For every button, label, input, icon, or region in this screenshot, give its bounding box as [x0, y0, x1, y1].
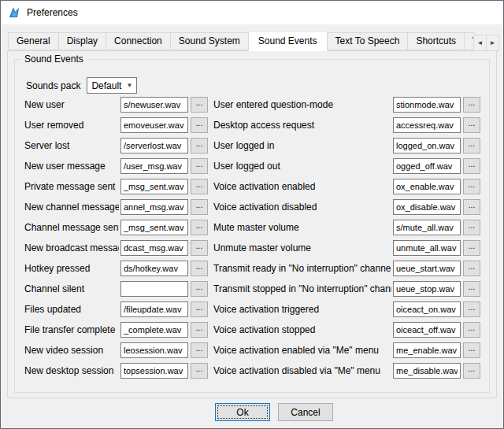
- sound-file-input[interactable]: [120, 199, 188, 215]
- sound-event-row: Private message sent...: [24, 176, 213, 197]
- sound-file-input[interactable]: [393, 199, 461, 215]
- browse-button[interactable]: ...: [191, 261, 208, 276]
- sound-event-label: New desktop session: [24, 365, 119, 376]
- browse-button[interactable]: ...: [191, 301, 208, 317]
- sound-file-input[interactable]: [393, 301, 461, 317]
- tab-display[interactable]: Display: [58, 32, 106, 50]
- sound-file-input[interactable]: [393, 97, 461, 113]
- tab-sound-events[interactable]: Sound Events: [248, 32, 328, 51]
- sound-event-label: New video session: [24, 345, 119, 356]
- sound-file-input[interactable]: [120, 97, 188, 113]
- browse-button[interactable]: ...: [463, 199, 480, 215]
- sound-file-input[interactable]: [393, 342, 461, 358]
- tab-sound-system[interactable]: Sound System: [170, 32, 249, 50]
- browse-button[interactable]: ...: [191, 240, 208, 256]
- sound-event-label: Files updated: [24, 304, 119, 315]
- sound-event-label: File transfer complete: [24, 324, 119, 335]
- sound-file-input[interactable]: [120, 322, 188, 338]
- sound-event-label: Voice activation triggered: [213, 304, 391, 315]
- group-title: Sound Events: [21, 54, 87, 65]
- sound-file-input[interactable]: [393, 281, 461, 297]
- sound-event-row: Desktop access request...: [213, 115, 484, 135]
- sound-event-label: Voice activation enabled via "Me" menu: [213, 345, 391, 356]
- browse-button[interactable]: ...: [463, 281, 480, 297]
- sound-event-label: Channel silent: [24, 283, 119, 294]
- sound-file-input[interactable]: [120, 117, 188, 133]
- browse-button[interactable]: ...: [463, 363, 480, 379]
- browse-button[interactable]: ...: [463, 301, 480, 317]
- sound-file-input[interactable]: [120, 220, 188, 235]
- browse-button[interactable]: ...: [191, 138, 208, 153]
- sound-file-input[interactable]: [120, 261, 188, 276]
- sound-file-input[interactable]: [393, 363, 461, 379]
- sound-event-label: Private message sent: [24, 181, 119, 192]
- sound-event-label: Voice activation disabled via "Me" menu: [213, 365, 391, 376]
- browse-button[interactable]: ...: [463, 117, 480, 133]
- sound-event-row: New channel message...: [24, 197, 213, 217]
- browse-button[interactable]: ...: [191, 158, 208, 174]
- browse-button[interactable]: ...: [191, 117, 208, 133]
- tab-connection[interactable]: Connection: [106, 32, 171, 50]
- sound-event-row: Voice activation stopped...: [213, 320, 484, 340]
- chevron-down-icon: ▼: [124, 80, 135, 91]
- sound-event-row: Unmute master volume...: [213, 238, 484, 258]
- sound-file-input[interactable]: [393, 179, 461, 194]
- tab-scroll-right-button[interactable]: ►: [486, 35, 499, 51]
- tab-scroller: ◄ ►: [473, 35, 499, 51]
- sound-event-label: Mute master volume: [213, 222, 391, 233]
- sound-event-label: User logged out: [213, 161, 391, 172]
- browse-button[interactable]: ...: [191, 363, 208, 379]
- sound-event-label: Transmit ready in "No interruption" chan…: [213, 263, 391, 274]
- browse-button[interactable]: ...: [463, 179, 480, 194]
- browse-button[interactable]: ...: [463, 220, 480, 235]
- sound-event-row: Mute master volume...: [213, 217, 484, 238]
- tab-general[interactable]: General: [8, 32, 59, 50]
- browse-button[interactable]: ...: [463, 261, 480, 276]
- sound-file-input[interactable]: [393, 322, 461, 338]
- sound-file-input[interactable]: [120, 179, 188, 194]
- sound-event-label: Channel message sent: [24, 222, 119, 233]
- sound-file-input[interactable]: [393, 117, 461, 133]
- browse-button[interactable]: ...: [191, 199, 208, 215]
- sound-events-group: Sound Events Sounds pack Default ▼ New u…: [14, 59, 490, 393]
- cancel-button[interactable]: Cancel: [278, 403, 333, 421]
- tab-strip: GeneralDisplayConnectionSound SystemSoun…: [8, 32, 475, 51]
- sound-file-input[interactable]: [120, 342, 188, 358]
- browse-button[interactable]: ...: [463, 240, 480, 256]
- sound-file-input[interactable]: [393, 138, 461, 153]
- sound-file-input[interactable]: [120, 363, 188, 379]
- sound-event-label: Voice activation stopped: [213, 324, 391, 335]
- tab-shortcuts[interactable]: Shortcuts: [407, 32, 465, 50]
- sound-event-row: Hotkey pressed...: [24, 258, 213, 279]
- sound-file-input[interactable]: [120, 281, 188, 297]
- browse-button[interactable]: ...: [191, 322, 208, 338]
- browse-button[interactable]: ...: [191, 179, 208, 194]
- browse-button[interactable]: ...: [463, 138, 480, 153]
- sound-file-input[interactable]: [120, 301, 188, 317]
- sound-event-row: New video session...: [24, 340, 213, 361]
- sound-file-input[interactable]: [393, 261, 461, 276]
- sound-file-input[interactable]: [120, 240, 188, 256]
- sounds-pack-select[interactable]: Default ▼: [87, 77, 137, 94]
- sound-event-row: User entered question-mode...: [213, 94, 484, 115]
- sound-event-label: Server lost: [24, 140, 119, 151]
- sound-event-label: Voice activation enabled: [213, 181, 391, 192]
- browse-button[interactable]: ...: [191, 220, 208, 235]
- sound-file-input[interactable]: [120, 138, 188, 153]
- browse-button[interactable]: ...: [191, 97, 208, 113]
- sound-file-input[interactable]: [120, 158, 188, 174]
- sound-file-input[interactable]: [393, 220, 461, 235]
- tab-text-to-speech[interactable]: Text To Speech: [327, 32, 409, 50]
- browse-button[interactable]: ...: [463, 97, 480, 113]
- sound-event-label: New channel message: [24, 202, 119, 213]
- browse-button[interactable]: ...: [463, 322, 480, 338]
- sound-event-row: Voice activation disabled via "Me" menu.…: [213, 361, 484, 381]
- ok-button[interactable]: Ok: [215, 403, 270, 421]
- browse-button[interactable]: ...: [463, 342, 480, 358]
- sound-file-input[interactable]: [393, 158, 461, 174]
- tab-scroll-left-button[interactable]: ◄: [473, 35, 487, 51]
- sound-file-input[interactable]: [393, 240, 461, 256]
- browse-button[interactable]: ...: [191, 281, 208, 297]
- browse-button[interactable]: ...: [463, 158, 480, 174]
- browse-button[interactable]: ...: [191, 342, 208, 358]
